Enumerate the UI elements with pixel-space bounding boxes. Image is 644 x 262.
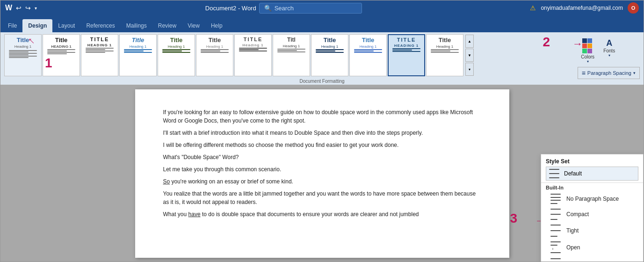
gallery-expand[interactable]: ▾ bbox=[465, 63, 474, 76]
doc-underline-so: So bbox=[163, 178, 170, 185]
doc-para-0: If you're looking for an easy to follow … bbox=[163, 108, 481, 125]
style-item-6[interactable]: TITLE Heading 1 bbox=[234, 34, 272, 76]
fonts-button[interactable]: A Fonts ▾ bbox=[599, 36, 620, 64]
ribbon-extras: Colors ▾ A Fonts ▾ ≡ Paragraph Spacing ▾ bbox=[578, 34, 640, 79]
ribbon-content: Title Heading 1 Title HEADING 1 TITLE HE… bbox=[0, 32, 644, 85]
style-set-label: Style Set bbox=[546, 158, 638, 165]
style-item-8[interactable]: Title Heading 1 bbox=[311, 34, 348, 76]
no-para-space-icon bbox=[550, 194, 562, 204]
para-item-tight[interactable]: Tight bbox=[546, 222, 638, 239]
fonts-icon: A bbox=[606, 38, 612, 48]
search-icon: 🔍 bbox=[264, 5, 272, 12]
built-in-section: Built-In No Paragraph Space bbox=[541, 183, 643, 262]
colors-chevron: ▾ bbox=[587, 59, 589, 64]
default-icon bbox=[549, 169, 560, 178]
style-item-9[interactable]: Title Heading 1 bbox=[349, 34, 387, 76]
open-label: Open bbox=[566, 244, 580, 251]
colors-fonts-row: Colors ▾ A Fonts ▾ bbox=[578, 36, 620, 64]
color-swatch-2 bbox=[587, 38, 592, 43]
doc-para-2: I will be offering different methods so … bbox=[163, 141, 481, 149]
title-bar-left: W ↩ ↪ ▾ bbox=[5, 4, 37, 12]
document-formatting-label: Document Formatting bbox=[299, 79, 344, 84]
paragraph-spacing-dropdown: Style Set Default Built-In bbox=[541, 154, 644, 262]
default-option[interactable]: Default bbox=[546, 167, 638, 181]
gallery-scroll-down[interactable]: ▼ bbox=[465, 49, 474, 62]
doc-para-5: So you're working on an essay or brief o… bbox=[163, 177, 481, 186]
style-item-1[interactable]: Title HEADING 1 bbox=[43, 34, 80, 76]
tab-view[interactable]: View bbox=[182, 19, 205, 32]
user-email: onyimaduafamefuna@gmail.com bbox=[541, 5, 623, 11]
doc-para-3: What's "Double Space" Word? bbox=[163, 153, 481, 161]
user-avatar: O bbox=[628, 2, 639, 14]
fonts-chevron: ▾ bbox=[608, 53, 610, 58]
color-swatch-5 bbox=[582, 49, 587, 53]
compact-icon bbox=[550, 209, 562, 220]
color-swatch-6 bbox=[587, 49, 592, 53]
style-item-3[interactable]: Title Heading 1 bbox=[119, 34, 157, 76]
colors-swatch-group bbox=[582, 38, 593, 53]
style-item-0[interactable]: Title Heading 1 bbox=[4, 34, 42, 76]
tab-mailings[interactable]: Mailings bbox=[121, 19, 152, 32]
warning-icon: ⚠ bbox=[530, 4, 536, 12]
doc-para-4: Let me take you through this common scen… bbox=[163, 165, 481, 174]
default-label: Default bbox=[564, 170, 582, 177]
annotation-badge-3: 3 bbox=[510, 211, 517, 226]
doc-underline-have: have bbox=[188, 211, 201, 218]
search-box[interactable]: 🔍 Search bbox=[259, 3, 362, 14]
tab-design[interactable]: Design bbox=[22, 19, 52, 32]
title-bar: W ↩ ↪ ▾ Document2 - Word 🔍 Search ⚠ onyi… bbox=[0, 0, 644, 15]
word-window: W ↩ ↪ ▾ Document2 - Word 🔍 Search ⚠ onyi… bbox=[0, 0, 644, 262]
para-item-no-paragraph-space[interactable]: No Paragraph Space bbox=[546, 191, 638, 206]
tab-file[interactable]: File bbox=[2, 19, 22, 32]
para-item-relaxed[interactable]: Relaxed bbox=[546, 256, 638, 262]
color-swatch-4 bbox=[587, 44, 592, 48]
ribbon-tabs: File Design Layout References Mailings R… bbox=[0, 15, 644, 32]
doc-para-7: What you have to do is double space that… bbox=[163, 210, 481, 218]
style-item-4[interactable]: Title Heading 1 bbox=[158, 34, 195, 76]
tab-references[interactable]: References bbox=[80, 19, 120, 32]
quick-access-redo[interactable]: ↪ bbox=[25, 4, 31, 12]
gallery-scroll-up[interactable]: ▲ bbox=[465, 35, 474, 48]
para-item-open[interactable]: Open bbox=[546, 239, 638, 256]
para-spacing-chevron: ▾ bbox=[633, 71, 636, 75]
style-item-2[interactable]: TITLE HEADING 1 bbox=[81, 34, 118, 76]
fonts-label: Fonts bbox=[603, 48, 615, 53]
relaxed-icon bbox=[550, 258, 562, 262]
word-icon: W bbox=[5, 4, 12, 12]
para-spacing-icon: ≡ bbox=[582, 69, 586, 77]
title-bar-right: ⚠ onyimaduafamefuna@gmail.com O bbox=[530, 2, 639, 14]
tab-layout[interactable]: Layout bbox=[52, 19, 80, 32]
style-item-10[interactable]: TITLE HEADING 1 bbox=[388, 34, 425, 76]
title-bar-center: Document2 - Word 🔍 Search bbox=[37, 3, 530, 14]
main-area: If you're looking for an easy to follow … bbox=[0, 85, 644, 262]
dropdown-header: Style Set Default bbox=[541, 154, 643, 182]
color-swatch-1 bbox=[582, 38, 587, 43]
style-item-11[interactable]: Title Heading 1 bbox=[426, 34, 463, 76]
tab-review[interactable]: Review bbox=[152, 19, 182, 32]
search-placeholder: Search bbox=[275, 5, 294, 12]
color-swatch-3 bbox=[582, 44, 587, 48]
colors-label: Colors bbox=[581, 54, 594, 59]
colors-button[interactable]: Colors ▾ bbox=[578, 36, 598, 64]
open-icon bbox=[550, 241, 562, 254]
para-spacing-label: Paragraph Spacing bbox=[587, 70, 631, 76]
doc-page: If you're looking for an easy to follow … bbox=[135, 89, 509, 258]
tight-label: Tight bbox=[566, 227, 579, 234]
no-para-space-label: No Paragraph Space bbox=[566, 196, 619, 202]
tight-icon bbox=[550, 225, 562, 237]
quick-access-undo[interactable]: ↩ bbox=[16, 4, 22, 12]
paragraph-spacing-button[interactable]: ≡ Paragraph Spacing ▾ bbox=[578, 67, 640, 79]
built-in-label: Built-In bbox=[546, 185, 638, 190]
compact-label: Compact bbox=[566, 211, 589, 218]
gallery-scroll: ▲ ▼ ▾ bbox=[465, 35, 474, 76]
style-item-5[interactable]: Title Heading 1 bbox=[196, 34, 233, 76]
style-item-7[interactable]: Titl Heading 1 bbox=[273, 34, 310, 76]
doc-para-6: You realize that the words are a little … bbox=[163, 189, 481, 206]
style-gallery: Title Heading 1 Title HEADING 1 TITLE HE… bbox=[4, 34, 576, 76]
para-item-compact[interactable]: Compact bbox=[546, 206, 638, 222]
doc-para-1: I'll start with a brief introduction int… bbox=[163, 129, 481, 137]
tab-help[interactable]: Help bbox=[205, 19, 228, 32]
app-title: Document2 - Word bbox=[205, 5, 256, 12]
